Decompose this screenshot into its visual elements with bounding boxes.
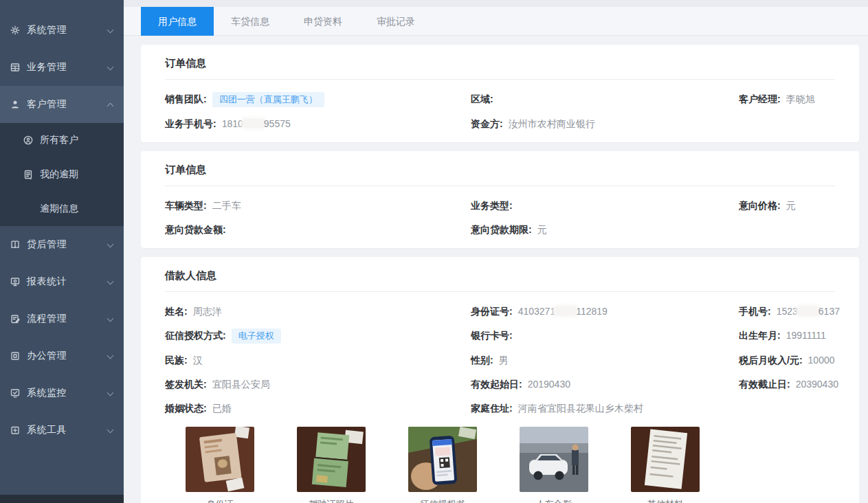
gear-icon <box>10 25 21 36</box>
field-intent-loan-amount: 意向贷款金额: <box>165 222 471 237</box>
sidebar-item-post-loan[interactable]: 贷后管理 <box>0 226 124 263</box>
sidebar-item-business[interactable]: 业务管理 <box>0 49 124 86</box>
field-gender: 性别:男 <box>471 353 739 368</box>
sidebar-item-my-overdue[interactable]: 我的逾期 <box>0 157 124 192</box>
field-label: 签发机关: <box>165 379 207 390</box>
car-photo[interactable]: 人车合影 <box>520 427 588 503</box>
card-order-info-1: 订单信息销售团队:四团一营（直属王鹏飞）区域:客户经理:李晓旭业务手机号:181… <box>141 45 859 142</box>
tab-user-info[interactable]: 用户信息 <box>141 7 214 36</box>
field-value: 19911111 <box>786 330 826 341</box>
chevron-down-icon <box>107 64 114 71</box>
field-label: 销售团队: <box>165 93 207 104</box>
sidebar-item-process[interactable]: 流程管理 <box>0 300 124 337</box>
book-icon <box>10 239 21 250</box>
sidebar-item-label: 办公管理 <box>27 350 107 362</box>
sidebar-item-customer[interactable]: 客户管理 <box>0 86 124 123</box>
photo-caption: 驾驶证照片 <box>297 498 366 503</box>
sidebar-item-overdue-info[interactable]: 逾期信息 <box>0 192 124 226</box>
sidebar-item-reports[interactable]: 报表统计 <box>0 263 124 300</box>
sidebar-item-label: 所有客户 <box>40 134 78 146</box>
sidebar-item-label: 逾期信息 <box>40 203 78 215</box>
cards-container: 订单信息销售团队:四团一营（直属王鹏飞）区域:客户经理:李晓旭业务手机号:181… <box>124 45 868 503</box>
field-business-type: 业务类型: <box>471 198 739 213</box>
redaction-blur <box>798 306 819 315</box>
empty-cell <box>739 222 835 237</box>
document-photo[interactable]: 其他材料 <box>631 427 700 503</box>
sidebar-item-system[interactable]: 系统管理 <box>0 12 124 49</box>
field-label: 意向贷款期限: <box>471 224 532 235</box>
tab-loan-application-docs[interactable]: 申贷资料 <box>287 7 359 36</box>
photo-caption: 身份证 <box>186 498 254 503</box>
field-income: 税后月收入/元:10000 <box>739 353 840 368</box>
sales-team-badge[interactable]: 四团一营（直属王鹏飞） <box>212 92 324 107</box>
credit-auth-method-badge[interactable]: 电子授权 <box>232 328 281 344</box>
field-funder: 资金方:汝州市农村商业银行 <box>471 116 739 131</box>
top-strip <box>124 0 868 7</box>
user-icon <box>10 99 21 110</box>
id-card-photo[interactable]: 身份证 <box>186 427 254 503</box>
green-booklet-photo[interactable]: 驾驶证照片 <box>297 427 366 503</box>
sidebar-menu: 系统管理业务管理客户管理所有客户我的逾期逾期信息贷后管理报表统计流程管理办公管理… <box>0 0 124 449</box>
field-id-number: 身份证号:4103271112819 <box>471 304 739 319</box>
main-content: 用户信息车贷信息申贷资料审批记录 订单信息销售团队:四团一营（直属王鹏飞）区域:… <box>124 0 868 503</box>
card-title: 订单信息 <box>165 57 835 80</box>
chevron-down-icon <box>107 353 114 359</box>
field-business-phone: 业务手机号:181095575 <box>165 116 471 131</box>
field-home-address: 家庭住址:河南省宜阳县花果山乡木柴村 <box>471 401 739 416</box>
sidebar-collapse-bar[interactable] <box>0 495 124 503</box>
field-label: 征信授权方式: <box>165 330 226 341</box>
sidebar: 系统管理业务管理客户管理所有客户我的逾期逾期信息贷后管理报表统计流程管理办公管理… <box>0 0 124 503</box>
field-label: 有效起始日: <box>471 379 522 390</box>
grid-icon <box>10 62 21 73</box>
sidebar-item-label: 报表统计 <box>27 276 107 288</box>
phone-qr-photo[interactable]: 征信授权书 <box>408 427 477 503</box>
tab-bar: 用户信息车贷信息申贷资料审批记录 <box>124 7 868 36</box>
field-bank-card: 银行卡号: <box>471 328 739 344</box>
sidebar-item-tools[interactable]: 系统工具 <box>0 412 124 449</box>
field-value: 20190430 <box>528 379 570 390</box>
document-photos-row: 身份证驾驶证照片征信授权书人车合影其他材料 <box>165 416 835 503</box>
chevron-up-icon <box>107 101 114 108</box>
field-value: 汝州市农村商业银行 <box>509 118 595 129</box>
tab-car-loan-info[interactable]: 车贷信息 <box>214 7 287 36</box>
field-value: 元 <box>537 224 547 235</box>
field-value: 已婚 <box>212 403 232 414</box>
sidebar-item-monitoring[interactable]: 系统监控 <box>0 375 124 412</box>
chevron-down-icon <box>107 427 114 434</box>
card-title: 借款人信息 <box>165 269 835 292</box>
field-value: 15236137 <box>777 306 840 317</box>
field-label: 意向价格: <box>739 200 781 211</box>
redaction-blur <box>555 306 576 315</box>
field-label: 业务手机号: <box>165 118 216 129</box>
sidebar-item-label: 客户管理 <box>27 98 107 111</box>
photo-caption: 征信授权书 <box>408 498 477 503</box>
field-value: 4103271112819 <box>518 306 608 317</box>
report-icon <box>10 276 21 287</box>
field-ethnicity: 民族:汉 <box>165 353 471 368</box>
field-region: 区域: <box>471 91 739 107</box>
field-name: 姓名:周志洋 <box>165 304 471 319</box>
card-borrower-info: 借款人信息姓名:周志洋身份证号:4103271112819手机号:1523613… <box>141 257 859 503</box>
fields-grid: 姓名:周志洋身份证号:4103271112819手机号:15236137征信授权… <box>165 292 835 416</box>
field-valid-to: 有效截止日:20390430 <box>739 377 840 392</box>
field-birth-date: 出生年月:19911111 <box>739 328 840 344</box>
sidebar-item-office[interactable]: 办公管理 <box>0 337 124 375</box>
field-label: 姓名: <box>165 306 188 317</box>
field-value: 河南省宜阳县花果山乡木柴村 <box>518 403 643 414</box>
field-label: 税后月收入/元: <box>739 355 803 366</box>
tab-approval-records[interactable]: 审批记录 <box>359 7 432 36</box>
sidebar-item-label: 贷后管理 <box>27 238 107 251</box>
card-order-info-2: 订单信息车辆类型:二手车业务类型:意向价格:元意向贷款金额:意向贷款期限:元 <box>141 151 859 248</box>
sidebar-item-label: 我的逾期 <box>40 168 78 181</box>
chevron-down-icon <box>107 315 114 322</box>
field-label: 家庭住址: <box>471 403 513 414</box>
field-value: 宜阳县公安局 <box>212 379 270 390</box>
field-label: 资金方: <box>471 118 503 129</box>
field-account-manager: 客户经理:李晓旭 <box>739 91 835 107</box>
field-value: 周志洋 <box>193 306 222 317</box>
field-marital-status: 婚姻状态:已婚 <box>165 401 471 416</box>
chevron-down-icon <box>107 27 114 34</box>
field-intent-price: 意向价格:元 <box>739 198 835 213</box>
monitor-icon <box>10 388 21 399</box>
sidebar-item-all-customers[interactable]: 所有客户 <box>0 123 124 157</box>
